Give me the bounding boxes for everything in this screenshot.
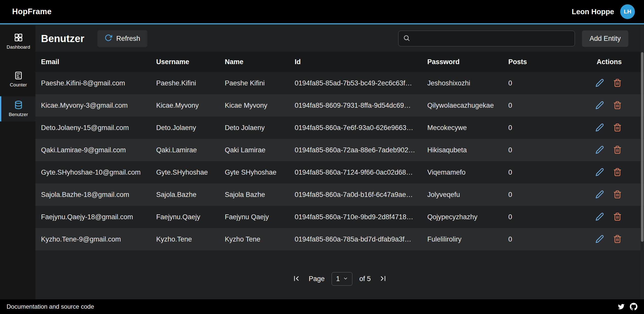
cell-actions	[564, 190, 631, 199]
chevron-down-icon	[343, 275, 348, 283]
trash-icon	[613, 79, 622, 88]
cell-posts: 0	[508, 235, 564, 243]
cell-password: Qilywolaecazhugekae	[427, 102, 508, 109]
page-select[interactable]: 1	[332, 272, 352, 286]
page-title: Benutzer	[41, 33, 84, 44]
table-row[interactable]: Kicae.Myvony-3@gmail.com Kicae.Myvony Ki…	[35, 94, 644, 117]
pencil-icon	[595, 168, 604, 177]
counter-icon	[14, 71, 23, 80]
edit-button[interactable]	[595, 123, 604, 133]
edit-button[interactable]	[595, 79, 604, 88]
edit-button[interactable]	[595, 101, 604, 110]
edit-button[interactable]	[595, 235, 604, 244]
cell-username: Gyte.SHyhoshae	[156, 169, 225, 176]
sidebar-item-benutzer[interactable]: Benutzer	[0, 96, 35, 121]
github-icon[interactable]	[630, 303, 637, 310]
delete-button[interactable]	[613, 235, 622, 244]
delete-button[interactable]	[613, 123, 622, 133]
cell-username: Kyzho.Tene	[156, 235, 225, 243]
delete-button[interactable]	[613, 212, 622, 222]
last-page-icon	[379, 275, 387, 283]
sidebar-item-label: Benutzer	[9, 112, 28, 117]
cell-posts: 0	[508, 124, 564, 132]
cell-name: Gyte SHyhoshae	[225, 169, 295, 176]
refresh-button[interactable]: Refresh	[97, 30, 147, 47]
cell-posts: 0	[508, 191, 564, 199]
cell-email: Deto.Jolaeny-15@gmail.com	[41, 124, 156, 132]
bird-icon[interactable]	[618, 303, 625, 310]
search-box	[398, 31, 575, 46]
database-icon	[14, 100, 23, 109]
avatar-initials: LH	[624, 8, 631, 15]
cell-posts: 0	[508, 79, 564, 87]
delete-button[interactable]	[613, 101, 622, 110]
table-row[interactable]: Sajola.Bazhe-18@gmail.com Sajola.Bazhe S…	[35, 183, 644, 206]
delete-button[interactable]	[613, 190, 622, 199]
cell-username: Faejynu.Qaejy	[156, 213, 225, 221]
cell-id: 0194fa85-860a-7a0d-b16f-6c47a9ae…	[295, 191, 427, 199]
app-brand: HopFrame	[12, 7, 52, 16]
cell-actions	[564, 145, 631, 155]
main-content: Benutzer Refresh Add Entity Email Userna…	[35, 25, 644, 299]
delete-button[interactable]	[613, 79, 622, 88]
column-header-id: Id	[295, 58, 427, 66]
edit-button[interactable]	[595, 190, 604, 199]
user-name: Leon Hoppe	[572, 8, 614, 16]
topbar: HopFrame Leon Hoppe LH	[0, 0, 644, 24]
edit-button[interactable]	[595, 145, 604, 155]
cell-email: Paeshe.Kifini-8@gmail.com	[41, 79, 156, 87]
cell-actions	[564, 168, 631, 177]
pencil-icon	[595, 145, 604, 155]
cell-actions	[564, 235, 631, 244]
scrollbar-thumb[interactable]	[641, 52, 643, 242]
page-label: Page	[309, 275, 325, 283]
column-header-actions: Actions	[564, 58, 631, 66]
grid-icon	[14, 33, 23, 42]
cell-email: Sajola.Bazhe-18@gmail.com	[41, 191, 156, 199]
cell-email: Qaki.Lamirae-9@gmail.com	[41, 146, 156, 154]
cell-email: Faejynu.Qaejy-18@gmail.com	[41, 213, 156, 221]
avatar[interactable]: LH	[620, 4, 635, 19]
cell-password: Jeshoshixozhi	[427, 79, 508, 87]
last-page-button[interactable]	[378, 274, 388, 284]
trash-icon	[613, 168, 622, 177]
first-page-button[interactable]	[292, 274, 301, 284]
table-row[interactable]: Gyte.SHyhoshae-10@gmail.com Gyte.SHyhosh…	[35, 161, 644, 183]
cell-email: Kicae.Myvony-3@gmail.com	[41, 102, 156, 109]
cell-posts: 0	[508, 102, 564, 109]
cell-actions	[564, 212, 631, 222]
table-row[interactable]: Paeshe.Kifini-8@gmail.com Paeshe.Kifini …	[35, 72, 644, 94]
pencil-icon	[595, 190, 604, 199]
add-entity-button[interactable]: Add Entity	[582, 30, 628, 47]
cell-posts: 0	[508, 169, 564, 176]
delete-button[interactable]	[613, 145, 622, 155]
user-area: Leon Hoppe LH	[572, 4, 635, 19]
cell-actions	[564, 101, 631, 110]
cell-name: Qaki Lamirae	[225, 146, 295, 154]
footer-icons	[618, 303, 637, 310]
footer-text: Documentation and source code	[7, 303, 94, 310]
table-row[interactable]: Qaki.Lamirae-9@gmail.com Qaki.Lamirae Qa…	[35, 139, 644, 161]
delete-button[interactable]	[613, 168, 622, 177]
sidebar-item-dashboard[interactable]: Dashboard	[0, 29, 35, 54]
table-row[interactable]: Deto.Jolaeny-15@gmail.com Deto.Jolaeny D…	[35, 117, 644, 139]
edit-button[interactable]	[595, 212, 604, 222]
trash-icon	[613, 101, 622, 110]
cell-actions	[564, 123, 631, 133]
cell-id: 0194fa85-860a-7e6f-93a0-626e9663…	[295, 124, 427, 132]
current-page: 1	[336, 275, 340, 283]
cell-name: Kyzho Tene	[225, 235, 295, 243]
table-body: Paeshe.Kifini-8@gmail.com Paeshe.Kifini …	[35, 72, 644, 250]
table-row[interactable]: Faejynu.Qaejy-18@gmail.com Faejynu.Qaejy…	[35, 206, 644, 228]
search-input[interactable]	[414, 34, 570, 43]
cell-id: 0194fa85-8609-7931-8ffa-9d54dc69…	[295, 102, 427, 109]
trash-icon	[613, 235, 622, 244]
edit-button[interactable]	[595, 168, 604, 177]
trash-icon	[613, 123, 622, 133]
sidebar-item-counter[interactable]: Counter	[0, 67, 35, 92]
entity-table: Email Username Name Id Password Posts Ac…	[35, 52, 644, 262]
cell-password: Jolyveqefu	[427, 191, 508, 199]
cell-name: Faejynu Qaejy	[225, 213, 295, 221]
table-row[interactable]: Kyzho.Tene-9@gmail.com Kyzho.Tene Kyzho …	[35, 228, 644, 250]
sidebar: Dashboard Counter Benutzer	[0, 25, 35, 299]
